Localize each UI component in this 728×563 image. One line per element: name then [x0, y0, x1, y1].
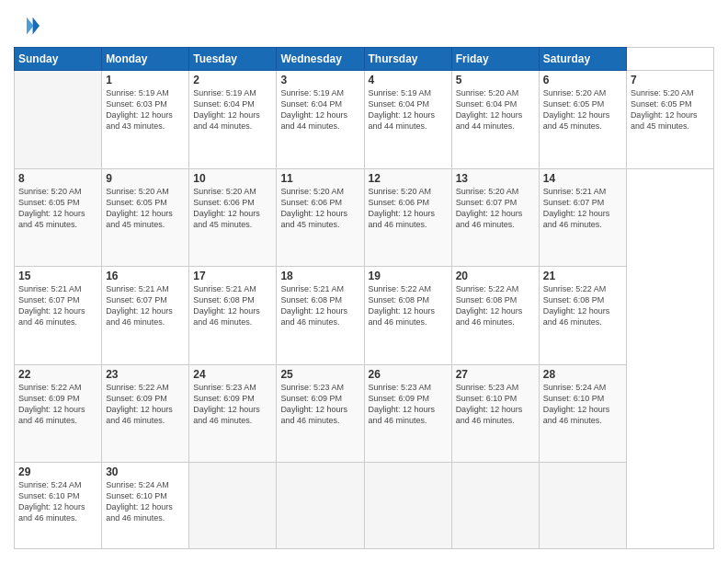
day-number: 25: [280, 368, 359, 381]
calendar-cell: 8 Sunrise: 5:20 AMSunset: 6:05 PMDayligh…: [15, 168, 102, 267]
day-header: Wednesday: [277, 48, 364, 71]
calendar-cell: 9 Sunrise: 5:20 AMSunset: 6:05 PMDayligh…: [102, 168, 189, 267]
day-number: 3: [280, 74, 359, 86]
day-number: 29: [18, 465, 97, 478]
calendar-cell: 1 Sunrise: 5:19 AMSunset: 6:03 PMDayligh…: [102, 71, 189, 169]
calendar-cell: 24 Sunrise: 5:23 AMSunset: 6:09 PMDaylig…: [189, 364, 277, 463]
day-number: 15: [18, 270, 97, 282]
calendar-cell: [277, 463, 364, 549]
day-info: Sunrise: 5:21 AMSunset: 6:07 PMDaylight:…: [18, 283, 97, 328]
day-number: 20: [456, 270, 535, 282]
calendar-cell: [451, 463, 539, 549]
calendar-cell: 11 Sunrise: 5:20 AMSunset: 6:06 PMDaylig…: [277, 168, 364, 267]
calendar-cell: [364, 463, 451, 549]
day-number: 30: [106, 465, 185, 478]
day-info: Sunrise: 5:21 AMSunset: 6:07 PMDaylight:…: [106, 283, 185, 328]
calendar-cell: [15, 71, 102, 169]
day-number: 22: [18, 368, 97, 381]
day-header: Friday: [451, 48, 539, 71]
day-number: 17: [193, 270, 272, 282]
day-number: 10: [193, 172, 272, 185]
day-number: 4: [369, 74, 448, 86]
calendar-cell: 12 Sunrise: 5:20 AMSunset: 6:06 PMDaylig…: [364, 168, 451, 267]
day-number: 28: [543, 368, 622, 381]
day-info: Sunrise: 5:19 AMSunset: 6:04 PMDaylight:…: [369, 87, 448, 132]
day-info: Sunrise: 5:20 AMSunset: 6:05 PMDaylight:…: [631, 87, 710, 132]
calendar-cell: 15 Sunrise: 5:21 AMSunset: 6:07 PMDaylig…: [15, 267, 102, 365]
calendar-cell: 22 Sunrise: 5:22 AMSunset: 6:09 PMDaylig…: [15, 364, 102, 463]
calendar-cell: 4 Sunrise: 5:19 AMSunset: 6:04 PMDayligh…: [364, 71, 451, 169]
svg-marker-1: [27, 17, 33, 35]
calendar-cell: 27 Sunrise: 5:23 AMSunset: 6:10 PMDaylig…: [451, 364, 539, 463]
day-info: Sunrise: 5:21 AMSunset: 6:08 PMDaylight:…: [280, 283, 359, 328]
calendar-cell: 7 Sunrise: 5:20 AMSunset: 6:05 PMDayligh…: [626, 71, 713, 169]
calendar-cell: 29 Sunrise: 5:24 AMSunset: 6:10 PMDaylig…: [15, 463, 102, 549]
day-number: 1: [106, 74, 185, 86]
calendar: SundayMondayTuesdayWednesdayThursdayFrid…: [14, 47, 714, 549]
calendar-cell: 23 Sunrise: 5:22 AMSunset: 6:09 PMDaylig…: [102, 364, 189, 463]
day-number: 12: [369, 172, 448, 185]
day-info: Sunrise: 5:23 AMSunset: 6:09 PMDaylight:…: [280, 382, 359, 427]
day-number: 18: [280, 270, 359, 282]
calendar-cell: 5 Sunrise: 5:20 AMSunset: 6:04 PMDayligh…: [451, 71, 539, 169]
day-info: Sunrise: 5:23 AMSunset: 6:10 PMDaylight:…: [456, 382, 535, 427]
day-number: 26: [369, 368, 448, 381]
day-info: Sunrise: 5:22 AMSunset: 6:09 PMDaylight:…: [18, 382, 97, 427]
day-info: Sunrise: 5:23 AMSunset: 6:09 PMDaylight:…: [369, 382, 448, 427]
day-info: Sunrise: 5:19 AMSunset: 6:04 PMDaylight:…: [193, 87, 272, 132]
calendar-cell: 2 Sunrise: 5:19 AMSunset: 6:04 PMDayligh…: [189, 71, 277, 169]
calendar-cell: [539, 463, 626, 549]
calendar-cell: 17 Sunrise: 5:21 AMSunset: 6:08 PMDaylig…: [189, 267, 277, 365]
calendar-cell: 18 Sunrise: 5:21 AMSunset: 6:08 PMDaylig…: [277, 267, 364, 365]
day-info: Sunrise: 5:24 AMSunset: 6:10 PMDaylight:…: [106, 479, 185, 524]
day-number: 8: [18, 172, 97, 185]
page: SundayMondayTuesdayWednesdayThursdayFrid…: [0, 0, 728, 563]
day-info: Sunrise: 5:21 AMSunset: 6:07 PMDaylight:…: [543, 186, 622, 231]
calendar-cell: 3 Sunrise: 5:19 AMSunset: 6:04 PMDayligh…: [277, 71, 364, 169]
logo: [14, 14, 43, 40]
day-number: 6: [543, 74, 622, 86]
day-info: Sunrise: 5:20 AMSunset: 6:04 PMDaylight:…: [456, 87, 535, 132]
calendar-cell: 13 Sunrise: 5:20 AMSunset: 6:07 PMDaylig…: [451, 168, 539, 267]
calendar-cell: 26 Sunrise: 5:23 AMSunset: 6:09 PMDaylig…: [364, 364, 451, 463]
day-info: Sunrise: 5:21 AMSunset: 6:08 PMDaylight:…: [193, 283, 272, 328]
day-header: Tuesday: [189, 48, 277, 71]
day-info: Sunrise: 5:20 AMSunset: 6:05 PMDaylight:…: [18, 186, 97, 231]
day-info: Sunrise: 5:22 AMSunset: 6:08 PMDaylight:…: [543, 283, 622, 328]
day-number: 11: [280, 172, 359, 185]
day-info: Sunrise: 5:24 AMSunset: 6:10 PMDaylight:…: [18, 479, 97, 524]
day-number: 19: [369, 270, 448, 282]
day-info: Sunrise: 5:20 AMSunset: 6:05 PMDaylight:…: [106, 186, 185, 231]
day-info: Sunrise: 5:20 AMSunset: 6:06 PMDaylight:…: [369, 186, 448, 231]
day-info: Sunrise: 5:24 AMSunset: 6:10 PMDaylight:…: [543, 382, 622, 427]
day-info: Sunrise: 5:22 AMSunset: 6:08 PMDaylight:…: [456, 283, 535, 328]
day-number: 2: [193, 74, 272, 86]
day-info: Sunrise: 5:20 AMSunset: 6:06 PMDaylight:…: [193, 186, 272, 231]
day-info: Sunrise: 5:19 AMSunset: 6:04 PMDaylight:…: [280, 87, 359, 132]
calendar-cell: 25 Sunrise: 5:23 AMSunset: 6:09 PMDaylig…: [277, 364, 364, 463]
calendar-cell: 20 Sunrise: 5:22 AMSunset: 6:08 PMDaylig…: [451, 267, 539, 365]
day-number: 27: [456, 368, 535, 381]
day-header: Saturday: [539, 48, 626, 71]
calendar-cell: 19 Sunrise: 5:22 AMSunset: 6:08 PMDaylig…: [364, 267, 451, 365]
calendar-cell: 6 Sunrise: 5:20 AMSunset: 6:05 PMDayligh…: [539, 71, 626, 169]
day-number: 24: [193, 368, 272, 381]
day-header: Sunday: [15, 48, 102, 71]
calendar-cell: 16 Sunrise: 5:21 AMSunset: 6:07 PMDaylig…: [102, 267, 189, 365]
day-header: Thursday: [364, 48, 451, 71]
day-info: Sunrise: 5:22 AMSunset: 6:09 PMDaylight:…: [106, 382, 185, 427]
day-number: 13: [456, 172, 535, 185]
day-number: 16: [106, 270, 185, 282]
calendar-cell: 10 Sunrise: 5:20 AMSunset: 6:06 PMDaylig…: [189, 168, 277, 267]
day-info: Sunrise: 5:22 AMSunset: 6:08 PMDaylight:…: [369, 283, 448, 328]
day-number: 9: [106, 172, 185, 185]
day-number: 14: [543, 172, 622, 185]
calendar-cell: 21 Sunrise: 5:22 AMSunset: 6:08 PMDaylig…: [539, 267, 626, 365]
calendar-cell: 30 Sunrise: 5:24 AMSunset: 6:10 PMDaylig…: [102, 463, 189, 549]
day-number: 21: [543, 270, 622, 282]
day-info: Sunrise: 5:20 AMSunset: 6:07 PMDaylight:…: [456, 186, 535, 231]
logo-icon: [14, 14, 40, 40]
day-info: Sunrise: 5:23 AMSunset: 6:09 PMDaylight:…: [193, 382, 272, 427]
day-number: 5: [456, 74, 535, 86]
calendar-cell: 28 Sunrise: 5:24 AMSunset: 6:10 PMDaylig…: [539, 364, 626, 463]
